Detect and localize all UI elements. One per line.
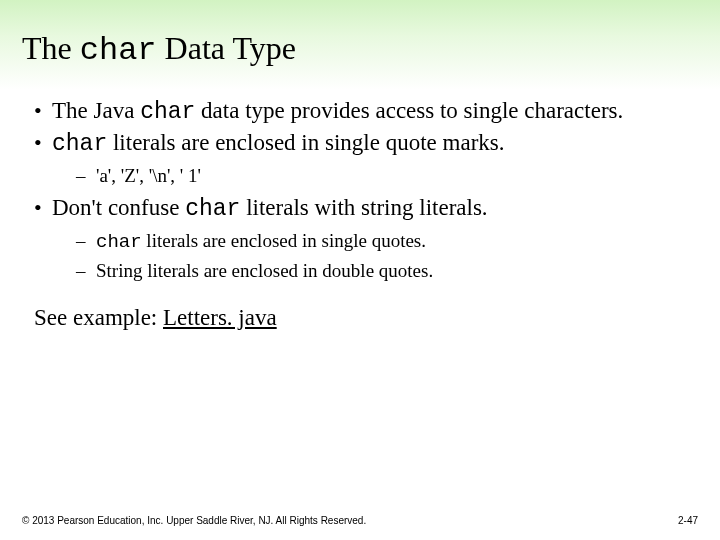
slide-title: The char Data Type	[0, 0, 720, 69]
title-code: char	[80, 32, 157, 69]
bullet-2-sub-1: 'a', 'Z', '\n', ' 1'	[52, 163, 690, 189]
bullet-3-sub-1-code: char	[96, 231, 142, 253]
slide: The char Data Type The Java char data ty…	[0, 0, 720, 540]
bullet-list: The Java char data type provides access …	[30, 97, 690, 283]
footer: © 2013 Pearson Education, Inc. Upper Sad…	[22, 515, 698, 526]
bullet-3-post: literals with string literals.	[240, 195, 487, 220]
bullet-2-code: char	[52, 131, 107, 157]
bullet-1: The Java char data type provides access …	[30, 97, 690, 127]
footer-copyright: © 2013 Pearson Education, Inc. Upper Sad…	[22, 515, 366, 526]
footer-page-number: 2-47	[678, 515, 698, 526]
see-example-link[interactable]: Letters. java	[163, 305, 277, 330]
bullet-3-sub-1: char literals are enclosed in single quo…	[52, 228, 690, 256]
see-example: See example: Letters. java	[30, 305, 690, 331]
bullet-3-pre: Don't confuse	[52, 195, 185, 220]
title-post: Data Type	[157, 30, 296, 66]
slide-body: The Java char data type provides access …	[0, 69, 720, 331]
bullet-2-sublist: 'a', 'Z', '\n', ' 1'	[52, 163, 690, 189]
bullet-3: Don't confuse char literals with string …	[30, 194, 690, 283]
bullet-2: char literals are enclosed in single quo…	[30, 129, 690, 188]
bullet-3-sublist: char literals are enclosed in single quo…	[52, 228, 690, 283]
bullet-3-code: char	[185, 196, 240, 222]
bullet-2-post: literals are enclosed in single quote ma…	[107, 130, 504, 155]
bullet-3-sub-1-post: literals are enclosed in single quotes.	[142, 230, 426, 251]
bullet-1-post: data type provides access to single char…	[195, 98, 623, 123]
bullet-3-sub-2: String literals are enclosed in double q…	[52, 258, 690, 284]
see-example-label: See example:	[34, 305, 163, 330]
bullet-1-code: char	[140, 99, 195, 125]
title-pre: The	[22, 30, 80, 66]
bullet-1-pre: The Java	[52, 98, 140, 123]
